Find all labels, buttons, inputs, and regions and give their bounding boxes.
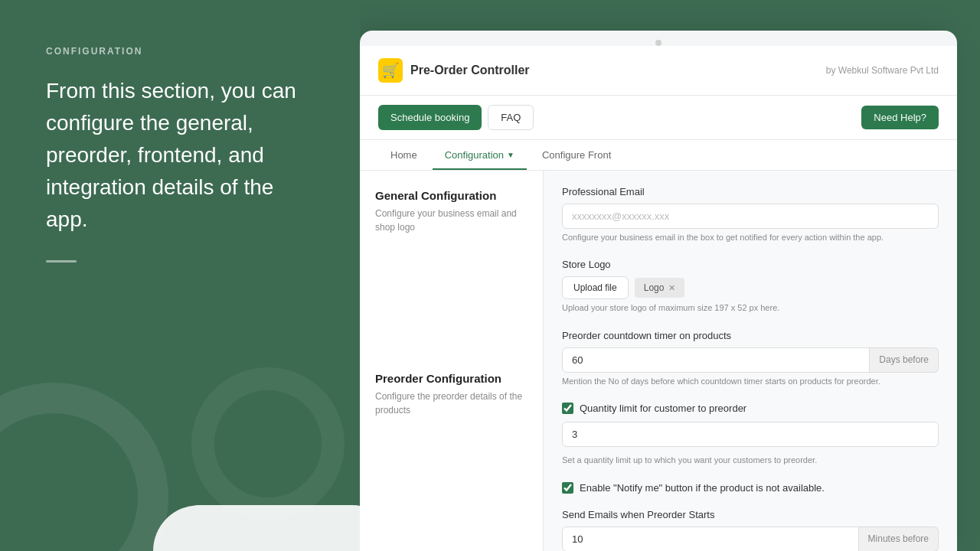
tab-configuration[interactable]: Configuration ▼ bbox=[433, 140, 527, 170]
upload-file-button[interactable]: Upload file bbox=[562, 276, 629, 299]
send-emails-label: Send Emails when Preorder Starts bbox=[562, 509, 939, 520]
store-logo-group: Store Logo Upload file Logo ✕ Upload you… bbox=[562, 259, 939, 314]
preorder-config-title: Preorder Configuration bbox=[375, 372, 528, 385]
store-logo-hint: Upload your store logo of maximum size 1… bbox=[562, 302, 939, 314]
quantity-limit-group: Quantity limit for customer to preorder … bbox=[562, 403, 939, 466]
preorder-config-section: Preorder Configuration Configure the pre… bbox=[375, 372, 528, 417]
tab-configure-front[interactable]: Configure Front bbox=[530, 140, 623, 170]
quantity-limit-checkbox-label[interactable]: Quantity limit for customer to preorder bbox=[580, 403, 746, 414]
preorder-config-desc: Configure the preorder details of the pr… bbox=[375, 390, 528, 417]
quantity-limit-input[interactable] bbox=[562, 422, 939, 447]
countdown-timer-input[interactable] bbox=[562, 347, 870, 373]
notify-me-label[interactable]: Enable "Notify me" button if the product… bbox=[580, 482, 825, 494]
left-sidebar: General Configuration Configure your bus… bbox=[360, 171, 544, 551]
faq-button[interactable]: FAQ bbox=[488, 105, 534, 130]
general-config-section: General Configuration Configure your bus… bbox=[375, 189, 528, 234]
app-by-text: by Webkul Software Pvt Ltd bbox=[826, 65, 939, 76]
logo-remove-icon[interactable]: ✕ bbox=[668, 283, 675, 293]
app-window: 🛒 Pre-Order Controller by Webkul Softwar… bbox=[360, 31, 957, 551]
top-nav: Schedule booking FAQ Need Help? bbox=[360, 96, 957, 140]
quantity-limit-hint: Set a quantity limit up to which you wan… bbox=[562, 455, 939, 466]
app-icon: 🛒 bbox=[378, 58, 403, 83]
countdown-suffix: Days before bbox=[870, 347, 939, 373]
notify-me-checkbox-row: Enable "Notify me" button if the product… bbox=[562, 482, 939, 494]
general-config-desc: Configure your business email and shop l… bbox=[375, 207, 528, 234]
schedule-booking-button[interactable]: Schedule booking bbox=[378, 105, 482, 130]
quantity-limit-checkbox-row: Quantity limit for customer to preorder bbox=[562, 403, 939, 414]
logo-tag-label: Logo bbox=[644, 282, 665, 293]
notify-me-checkbox[interactable] bbox=[562, 482, 573, 494]
professional-email-input[interactable] bbox=[562, 204, 939, 229]
notify-me-group: Enable "Notify me" button if the product… bbox=[562, 482, 939, 494]
right-panel: 🛒 Pre-Order Controller by Webkul Softwar… bbox=[360, 0, 980, 551]
top-nav-left: Schedule booking FAQ bbox=[378, 105, 534, 130]
minutes-row: Minutes before bbox=[562, 527, 939, 551]
tab-home[interactable]: Home bbox=[378, 140, 430, 170]
minutes-suffix: Minutes before bbox=[859, 527, 939, 551]
app-header: 🛒 Pre-Order Controller by Webkul Softwar… bbox=[360, 46, 957, 96]
send-emails-input[interactable] bbox=[562, 527, 859, 551]
dropdown-arrow-icon: ▼ bbox=[507, 151, 514, 159]
divider-line bbox=[46, 260, 77, 262]
countdown-timer-group: Preorder countdown timer on products Day… bbox=[562, 330, 939, 387]
main-content-wrapper: General Configuration Configure your bus… bbox=[360, 171, 957, 551]
bottom-curve bbox=[153, 505, 398, 551]
logo-buttons: Upload file Logo ✕ bbox=[562, 276, 939, 299]
need-help-button[interactable]: Need Help? bbox=[861, 106, 939, 129]
professional-email-label: Professional Email bbox=[562, 186, 939, 197]
quantity-limit-checkbox[interactable] bbox=[562, 403, 573, 414]
config-label: CONFIGURATION bbox=[46, 46, 314, 57]
send-emails-group: Send Emails when Preorder Starts Minutes… bbox=[562, 509, 939, 551]
left-heading: From this section, you can configure the… bbox=[46, 75, 314, 236]
countdown-timer-hint: Mention the No of days before which coun… bbox=[562, 376, 939, 387]
left-panel: CONFIGURATION From this section, you can… bbox=[0, 0, 360, 551]
professional-email-group: Professional Email Configure your busine… bbox=[562, 186, 939, 243]
general-config-title: General Configuration bbox=[375, 189, 528, 202]
app-title: Pre-Order Controller bbox=[410, 64, 530, 77]
store-logo-label: Store Logo bbox=[562, 259, 939, 270]
app-icon-emoji: 🛒 bbox=[382, 62, 399, 79]
countdown-row: Days before bbox=[562, 347, 939, 373]
window-dot bbox=[655, 40, 662, 46]
right-content: Professional Email Configure your busine… bbox=[544, 171, 957, 551]
tab-nav: Home Configuration ▼ Configure Front bbox=[360, 140, 957, 171]
professional-email-hint: Configure your business email in the box… bbox=[562, 232, 939, 243]
app-logo-area: 🛒 Pre-Order Controller bbox=[378, 58, 530, 83]
logo-tag-button[interactable]: Logo ✕ bbox=[635, 278, 685, 298]
countdown-timer-label: Preorder countdown timer on products bbox=[562, 330, 939, 341]
